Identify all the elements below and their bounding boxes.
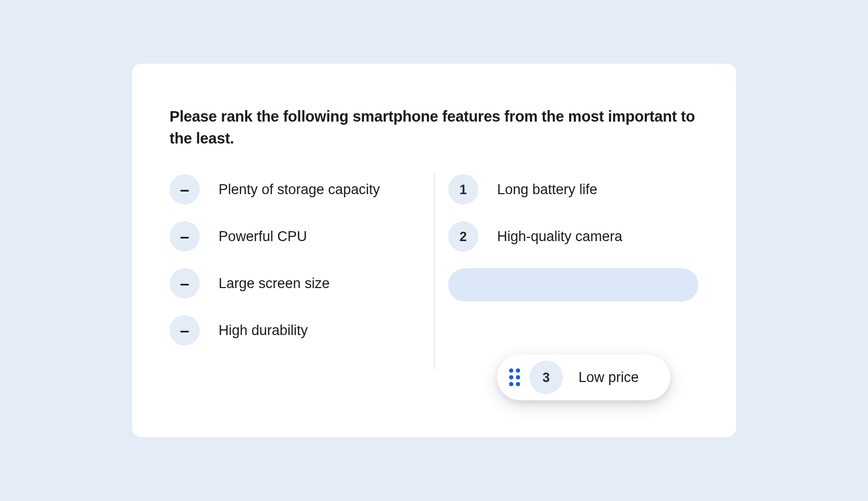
unranked-item[interactable]: – Plenty of storage capacity (170, 174, 380, 205)
unranked-column: – Plenty of storage capacity – Powerful … (170, 174, 401, 362)
unranked-item-label: Plenty of storage capacity (219, 182, 380, 198)
question-title: Please rank the following smartphone fea… (170, 105, 698, 149)
dash-icon: – (170, 221, 200, 252)
ranked-item-label: Long battery life (497, 182, 597, 198)
drop-slot[interactable] (448, 268, 698, 302)
dash-icon: – (170, 315, 200, 345)
dash-icon: – (170, 174, 200, 205)
dragging-item-label: Low price (578, 369, 639, 386)
unranked-item[interactable]: – Powerful CPU (170, 221, 380, 252)
unranked-item[interactable]: – Large screen size (170, 268, 380, 299)
ranking-card: Please rank the following smartphone fea… (132, 64, 736, 437)
dash-icon: – (170, 268, 200, 299)
ranking-columns: – Plenty of storage capacity – Powerful … (170, 174, 698, 362)
ranked-item-label: High-quality camera (497, 229, 622, 245)
rank-badge: 2 (448, 221, 478, 252)
unranked-item-label: Large screen size (219, 276, 330, 292)
unranked-item-label: Powerful CPU (219, 229, 307, 245)
unranked-item-label: High durability (219, 323, 308, 339)
ranked-item[interactable]: 2 High-quality camera (448, 221, 698, 252)
dragging-item[interactable]: 3 Low price (497, 354, 670, 400)
drag-handle-icon[interactable] (507, 368, 522, 386)
ranked-item[interactable]: 1 Long battery life (448, 174, 698, 205)
ranked-column: 1 Long battery life 2 High-quality camer… (401, 174, 698, 362)
unranked-item[interactable]: – High durability (170, 315, 380, 345)
rank-badge: 1 (448, 174, 478, 205)
page-background: Please rank the following smartphone fea… (0, 0, 868, 501)
rank-badge: 3 (529, 361, 563, 394)
